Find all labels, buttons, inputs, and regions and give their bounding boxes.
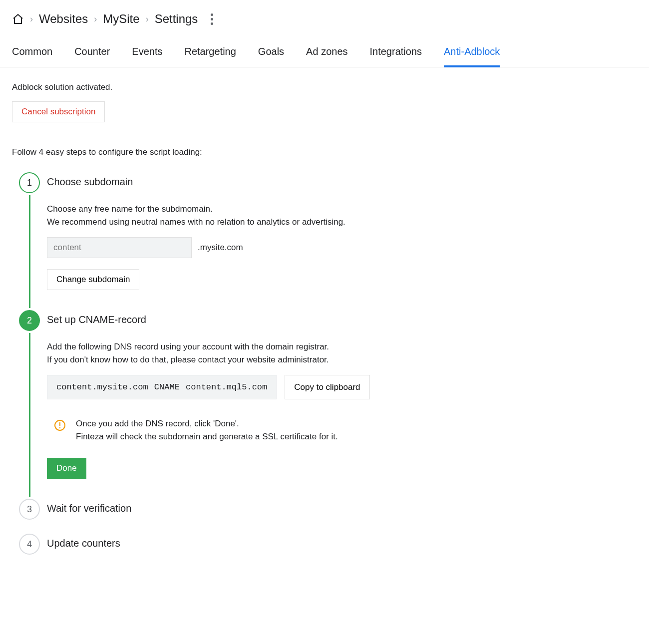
domain-suffix: .mysite.com xyxy=(198,243,243,253)
step-1: 1 Choose subdomain Choose any free name … xyxy=(12,172,541,310)
step-description: Choose any free name for the subdmomain.… xyxy=(47,203,541,228)
step-2: 2 Set up CNAME-record Add the following … xyxy=(12,310,541,499)
step-title: Wait for verification xyxy=(47,503,541,514)
intro-text: Follow 4 easy steps to configure the scr… xyxy=(12,147,541,157)
copy-clipboard-button[interactable]: Copy to clipboard xyxy=(285,375,369,399)
subdomain-input[interactable] xyxy=(47,237,192,258)
step-number: 2 xyxy=(19,310,40,331)
tab-anti-adblock[interactable]: Anti-Adblock xyxy=(444,41,500,67)
chevron-right-icon: › xyxy=(94,14,97,24)
breadcrumb-item[interactable]: Settings xyxy=(155,12,198,26)
chevron-right-icon: › xyxy=(30,14,33,24)
alert-box: Once you add the DNS record, click 'Done… xyxy=(47,414,541,446)
breadcrumb-item[interactable]: MySite xyxy=(103,12,139,26)
step-title: Update counters xyxy=(47,538,541,549)
home-icon[interactable] xyxy=(12,13,24,25)
warning-icon xyxy=(54,419,66,431)
tab-retargeting[interactable]: Retargeting xyxy=(184,41,236,67)
step-number: 1 xyxy=(19,172,40,193)
alert-text-line: Finteza will check the subdomain and gen… xyxy=(76,432,338,441)
step-title: Set up CNAME-record xyxy=(47,314,541,325)
tab-integrations[interactable]: Integrations xyxy=(370,41,422,67)
change-subdomain-button[interactable]: Change subdomain xyxy=(47,269,139,290)
done-button[interactable]: Done xyxy=(47,458,86,479)
status-text: Adblock solution activated. xyxy=(12,82,541,92)
cancel-subscription-button[interactable]: Cancel subscription xyxy=(12,101,105,122)
tab-common[interactable]: Common xyxy=(12,41,52,67)
step-title: Choose subdomain xyxy=(47,176,541,188)
tabs: Common Counter Events Retargeting Goals … xyxy=(0,41,649,67)
step-4: 4 Update counters xyxy=(12,534,541,563)
step-number: 4 xyxy=(19,534,40,555)
breadcrumb-item[interactable]: Websites xyxy=(39,12,88,26)
breadcrumb: › Websites › MySite › Settings xyxy=(12,12,637,26)
chevron-right-icon: › xyxy=(146,14,149,24)
alert-text-line: Once you add the DNS record, click 'Done… xyxy=(76,419,239,428)
tab-goals[interactable]: Goals xyxy=(258,41,284,67)
cname-code: content.mysite.com CNAME content.mql5.co… xyxy=(47,375,277,399)
svg-point-2 xyxy=(59,427,60,428)
step-number: 3 xyxy=(19,499,40,520)
tab-counter[interactable]: Counter xyxy=(74,41,110,67)
tab-events[interactable]: Events xyxy=(132,41,162,67)
tab-ad-zones[interactable]: Ad zones xyxy=(306,41,347,67)
step-3: 3 Wait for verification xyxy=(12,499,541,534)
step-description: Add the following DNS record using your … xyxy=(47,340,541,366)
kebab-menu-icon[interactable] xyxy=(206,13,218,25)
